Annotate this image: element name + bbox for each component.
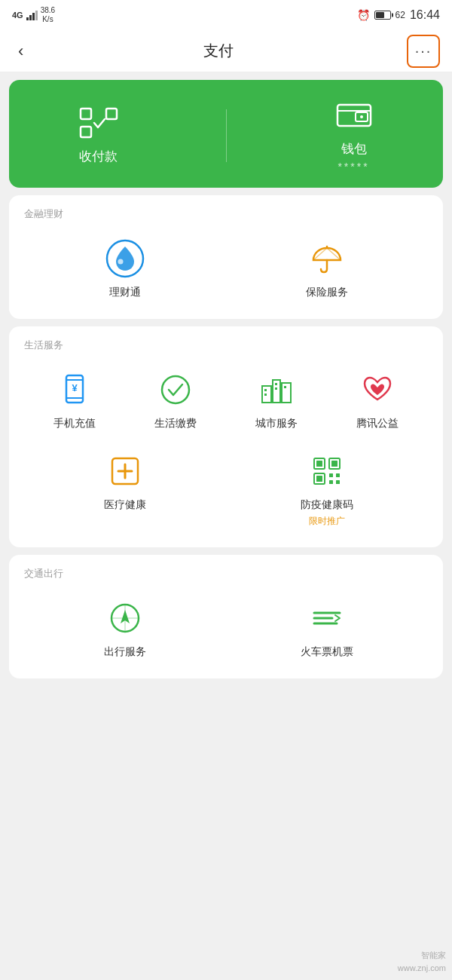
payment-section: 收付款 钱包 ***** xyxy=(9,80,443,188)
huoche-button[interactable]: 火车票机票 xyxy=(226,594,428,663)
back-button[interactable]: ‹ xyxy=(12,35,29,67)
svg-rect-28 xyxy=(316,461,322,467)
jiaofei-button[interactable]: 生活缴费 xyxy=(125,366,226,435)
svg-rect-19 xyxy=(264,389,267,391)
watermark: 智能家 www.znj.com xyxy=(398,949,446,974)
more-icon: ··· xyxy=(415,42,432,60)
status-left: 4G 38.6K/s xyxy=(12,6,55,24)
battery-icon xyxy=(374,11,391,20)
collect-payment-button[interactable]: 收付款 xyxy=(78,106,120,165)
status-right: ⏰ 62 16:44 xyxy=(357,8,440,22)
svg-point-8 xyxy=(118,259,124,265)
life-grid-row-1: ¥ 手机充值 生活缴费 xyxy=(24,366,428,435)
chuxing-button[interactable]: 出行服务 xyxy=(24,594,226,663)
svg-rect-23 xyxy=(284,386,286,388)
finance-section-title: 金融理财 xyxy=(24,207,428,221)
svg-rect-35 xyxy=(329,480,333,484)
svg-rect-21 xyxy=(275,383,277,385)
svg-point-15 xyxy=(162,376,189,403)
scan-icon xyxy=(78,106,120,140)
svg-rect-36 xyxy=(336,480,340,484)
signal-icon xyxy=(26,11,38,20)
yiliao-icon xyxy=(105,452,145,491)
life-section-title: 生活服务 xyxy=(24,338,428,352)
svg-point-5 xyxy=(360,115,363,118)
chongzhi-button[interactable]: ¥ 手机充值 xyxy=(24,366,125,435)
header: ‹ 支付 ··· xyxy=(0,30,452,72)
life-grid-row-2: 医疗健康 防疫健康码 xyxy=(24,447,428,532)
svg-rect-1 xyxy=(106,109,117,119)
svg-text:¥: ¥ xyxy=(72,382,78,394)
svg-rect-30 xyxy=(331,461,337,467)
life-section: 生活服务 ¥ 手机充值 xyxy=(9,326,443,547)
watermark-line2: www.znj.com xyxy=(398,962,446,975)
jiaofei-icon xyxy=(156,370,195,409)
yiliao-button[interactable]: 医疗健康 xyxy=(24,447,226,532)
page-title: 支付 xyxy=(203,41,234,61)
wallet-label: 钱包 xyxy=(341,140,367,158)
gongyi-button[interactable]: 腾讯公益 xyxy=(327,366,428,435)
svg-rect-34 xyxy=(336,473,340,477)
watermark-line1: 智能家 xyxy=(398,949,446,962)
svg-rect-33 xyxy=(329,473,333,477)
alarm-icon: ⏰ xyxy=(357,9,370,21)
collect-payment-label: 收付款 xyxy=(79,148,118,165)
battery-label: 62 xyxy=(396,10,405,20)
svg-rect-20 xyxy=(264,394,267,396)
transport-grid-row: 出行服务 火车票机票 xyxy=(24,594,428,663)
svg-rect-32 xyxy=(316,476,322,482)
svg-rect-0 xyxy=(81,109,91,119)
gongyi-icon xyxy=(358,370,397,409)
jiankangma-label: 防疫健康码 xyxy=(301,498,353,512)
chuxing-label: 出行服务 xyxy=(104,645,146,659)
wallet-button[interactable]: 钱包 ***** xyxy=(333,98,375,173)
time-label: 16:44 xyxy=(410,8,440,22)
chongzhi-icon: ¥ xyxy=(55,370,94,409)
licaitong-label: 理财通 xyxy=(109,286,141,299)
svg-rect-2 xyxy=(81,127,91,137)
chengshi-label: 城市服务 xyxy=(255,417,298,430)
chongzhi-label: 手机充值 xyxy=(53,417,96,430)
wallet-icon xyxy=(333,98,375,133)
payment-divider xyxy=(226,109,227,162)
baoxian-label: 保险服务 xyxy=(306,286,348,299)
svg-rect-3 xyxy=(337,105,371,126)
chengshi-icon xyxy=(257,370,296,409)
finance-grid-row: 理财通 保险服务 xyxy=(24,234,428,304)
yiliao-label: 医疗健康 xyxy=(104,498,146,512)
licaitong-button[interactable]: 理财通 xyxy=(24,234,226,304)
transport-section: 交通出行 出行服务 xyxy=(9,555,443,678)
jiankangma-button[interactable]: 防疫健康码 限时推广 xyxy=(226,447,428,532)
status-bar: 4G 38.6K/s ⏰ 62 16:44 xyxy=(0,0,452,30)
speed-label: 38.6K/s xyxy=(41,6,55,24)
svg-rect-22 xyxy=(275,387,277,390)
baoxian-icon xyxy=(307,239,347,278)
finance-section: 金融理财 理财通 xyxy=(9,195,443,319)
gongyi-label: 腾讯公益 xyxy=(356,417,399,430)
chuxing-icon xyxy=(105,599,145,638)
huoche-label: 火车票机票 xyxy=(301,645,353,659)
licaitong-icon xyxy=(105,239,145,278)
jiaofei-label: 生活缴费 xyxy=(154,417,197,430)
more-button[interactable]: ··· xyxy=(407,35,440,68)
svg-rect-18 xyxy=(282,383,291,403)
network-label: 4G xyxy=(12,11,23,20)
huoche-icon xyxy=(307,599,347,638)
baoxian-button[interactable]: 保险服务 xyxy=(226,234,428,304)
jiankangma-icon xyxy=(307,452,347,491)
wallet-sub: ***** xyxy=(337,161,369,173)
jiankangma-sublabel: 限时推广 xyxy=(309,515,345,528)
transport-section-title: 交通出行 xyxy=(24,567,428,580)
chengshi-button[interactable]: 城市服务 xyxy=(226,366,327,435)
